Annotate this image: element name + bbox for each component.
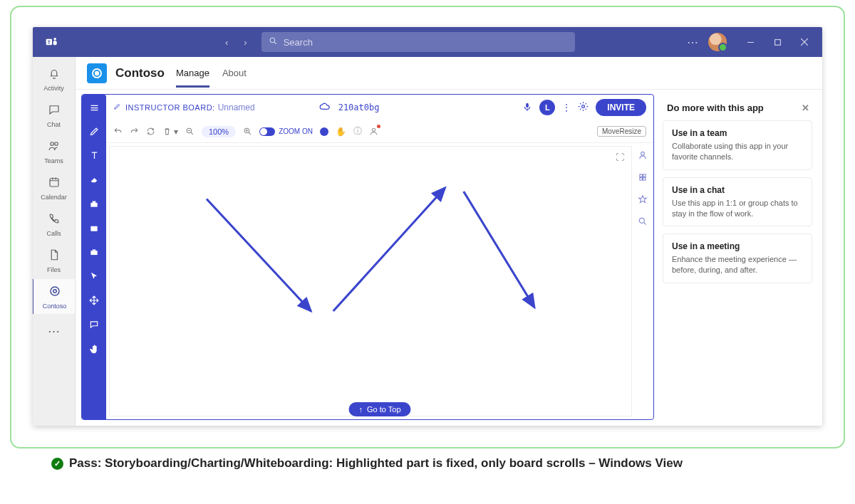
svg-line-38 [249, 132, 251, 135]
app-icon [87, 63, 107, 83]
screenshot-frame: T ‹ › Search ⋯ [10, 6, 845, 448]
svg-point-11 [54, 142, 58, 146]
card-desc: Enhance the meeting experience — before,… [672, 254, 803, 275]
nav-back-button[interactable]: ‹ [221, 34, 232, 51]
kebab-icon[interactable]: ⋮ [562, 103, 571, 112]
shapes-tool[interactable] [86, 196, 103, 211]
svg-rect-44 [640, 174, 643, 177]
board-toolbar: ▾ 100% ZOOM ON ✋ ⓘ [106, 120, 653, 143]
board-edit-icon [113, 103, 121, 112]
side-panel: Do more with this app ✕ Use in a team Co… [660, 94, 815, 420]
medkit-tool[interactable] [86, 220, 103, 236]
zoom-out-button[interactable] [185, 127, 195, 136]
drawn-arrows [110, 147, 631, 416]
refresh-button[interactable] [146, 127, 155, 136]
rail-item-contoso[interactable]: Contoso [33, 279, 75, 314]
card-use-in-team[interactable]: Use in a team Collaborate using this app… [663, 120, 812, 170]
chat-icon [48, 103, 61, 120]
delete-button[interactable]: ▾ [162, 127, 178, 137]
canvas[interactable]: ⛶ [109, 146, 632, 416]
caption: ✓ Pass: Storyboarding/Charting/Whiteboar… [51, 456, 844, 472]
participants-icon[interactable] [369, 127, 378, 136]
rail-item-teams[interactable]: Teams [33, 134, 76, 169]
rail-item-activity[interactable]: Activity [33, 61, 76, 96]
caption-text: Pass: Storyboarding/Charting/Whiteboardi… [69, 456, 683, 472]
star-icon[interactable] [638, 194, 648, 206]
rail-item-chat[interactable]: Chat [33, 98, 76, 132]
rail-item-calls[interactable]: Calls [33, 206, 76, 241]
pointer-tool[interactable] [86, 268, 103, 284]
search-input[interactable]: Search [261, 32, 575, 52]
cloud-sync-icon[interactable] [319, 101, 330, 114]
card-title: Use in a meeting [672, 241, 803, 251]
zoom-level[interactable]: 100% [202, 126, 236, 137]
text-tool[interactable] [86, 147, 103, 163]
hand-tool[interactable] [86, 341, 103, 357]
move-resize-badge[interactable]: MoveResize [597, 126, 646, 137]
eraser-tool[interactable] [86, 172, 103, 187]
more-button[interactable]: ⋯ [687, 36, 698, 49]
board-title-label: INSTRUCTOR BOARD: [125, 103, 215, 112]
minimize-button[interactable] [737, 27, 764, 57]
svg-line-41 [333, 188, 445, 311]
hamburger-button[interactable] [82, 95, 106, 120]
undo-button[interactable] [113, 127, 123, 136]
side-panel-close-icon[interactable]: ✕ [802, 103, 809, 113]
teams-logo-icon: T [33, 35, 71, 49]
rail-item-calendar[interactable]: Calendar [33, 170, 76, 205]
user-avatar-small[interactable]: L [539, 100, 555, 115]
redo-button[interactable] [130, 127, 139, 136]
svg-point-16 [51, 287, 59, 295]
bell-icon [48, 67, 61, 83]
maximize-button[interactable] [764, 27, 791, 57]
rail-item-files[interactable]: Files [33, 243, 76, 278]
board-name[interactable]: Unnamed [218, 103, 255, 112]
layers-icon[interactable] [638, 172, 648, 184]
svg-point-10 [50, 142, 53, 146]
mic-icon[interactable] [522, 102, 532, 114]
svg-rect-30 [90, 251, 97, 255]
close-button[interactable] [791, 27, 818, 57]
tab-about[interactable]: About [222, 59, 247, 88]
participant-icon[interactable] [638, 150, 648, 162]
pass-check-icon: ✓ [51, 458, 63, 470]
svg-rect-31 [93, 250, 96, 251]
go-to-top-button[interactable]: ↑ Go to Top [349, 402, 411, 416]
svg-rect-47 [643, 178, 646, 181]
comment-tool[interactable] [86, 317, 103, 332]
card-desc: Collaborate using this app in your favor… [672, 141, 803, 162]
svg-point-2 [53, 38, 56, 41]
zoom-on-toggle[interactable]: ZOOM ON [259, 127, 313, 136]
zoom-in-button[interactable] [243, 127, 252, 136]
search-placeholder: Search [284, 37, 313, 48]
svg-line-34 [191, 132, 193, 135]
app-rail: Activity Chat Teams Calendar [33, 57, 76, 426]
pan-tool-icon[interactable]: ✋ [336, 127, 346, 137]
rail-label: Calendar [41, 194, 67, 201]
color-picker[interactable] [320, 127, 328, 136]
more-icon: ⋯ [48, 324, 60, 339]
svg-line-5 [274, 42, 276, 44]
nav-back-forward: ‹ › [221, 34, 252, 51]
svg-point-39 [372, 128, 375, 131]
go-to-top-label: Go to Top [367, 405, 401, 414]
nav-forward-button[interactable]: › [239, 34, 251, 51]
pen-tool[interactable] [86, 123, 103, 139]
svg-line-42 [464, 191, 534, 308]
gear-icon[interactable] [578, 101, 589, 114]
info-icon[interactable]: ⓘ [353, 125, 362, 137]
canvas-side-rail [632, 143, 653, 419]
phone-icon [48, 212, 61, 229]
svg-rect-46 [640, 178, 643, 181]
card-use-in-meeting[interactable]: Use in a meeting Enhance the meeting exp… [663, 233, 812, 283]
user-avatar[interactable] [708, 33, 727, 51]
invite-button[interactable]: INVITE [596, 99, 646, 116]
rail-more-button[interactable]: ⋯ [33, 318, 76, 345]
toolbox-tool[interactable] [86, 244, 103, 260]
tab-manage[interactable]: Manage [176, 59, 209, 88]
search-canvas-icon[interactable] [638, 216, 648, 229]
svg-rect-3 [53, 41, 57, 45]
side-panel-title: Do more with this app [667, 103, 764, 113]
card-use-in-chat[interactable]: Use in a chat Use this app in 1:1 or gro… [663, 177, 812, 227]
move-tool[interactable] [86, 293, 103, 308]
